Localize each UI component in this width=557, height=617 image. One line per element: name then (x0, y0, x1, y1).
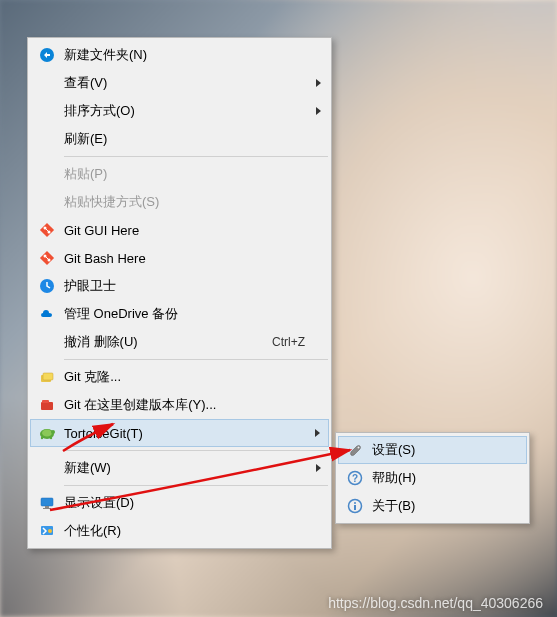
svg-rect-12 (41, 402, 53, 410)
svg-rect-20 (45, 506, 49, 508)
svg-rect-29 (354, 505, 356, 510)
menu-label: 刷新(E) (60, 130, 323, 148)
svg-rect-21 (43, 508, 51, 509)
menu-label: 排序方式(O) (60, 102, 323, 120)
submenu-item-about[interactable]: 关于(B) (338, 492, 527, 520)
chevron-right-icon (316, 107, 321, 115)
submenu-label: 关于(B) (368, 497, 521, 515)
paint-icon (34, 521, 60, 541)
menu-label: 查看(V) (60, 74, 323, 92)
git-icon (34, 248, 60, 268)
menu-item-undo-delete[interactable]: 撤消 删除(U) Ctrl+Z (30, 328, 329, 356)
menu-label: 新建文件夹(N) (60, 46, 323, 64)
menu-item-new-folder[interactable]: 新建文件夹(N) (30, 41, 329, 69)
menu-label: Git GUI Here (60, 223, 323, 238)
menu-shortcut: Ctrl+Z (272, 335, 323, 349)
menu-label: 粘贴(P) (60, 165, 323, 183)
separator (64, 485, 328, 486)
cloud-icon (34, 304, 60, 324)
svg-point-28 (354, 502, 356, 504)
chevron-right-icon (316, 464, 321, 472)
menu-label: 管理 OneDrive 备份 (60, 305, 323, 323)
question-icon: ? (342, 468, 368, 488)
git-icon (34, 220, 60, 240)
menu-label: Git 在这里创建版本库(Y)... (60, 396, 323, 414)
chevron-right-icon (315, 429, 320, 437)
svg-text:?: ? (352, 473, 358, 484)
tortoise-icon (34, 423, 60, 443)
submenu-label: 设置(S) (368, 441, 521, 459)
svg-rect-19 (41, 498, 53, 506)
tortoisegit-submenu: 设置(S) ? 帮助(H) 关于(B) (335, 432, 530, 524)
svg-point-23 (48, 529, 52, 533)
submenu-item-settings[interactable]: 设置(S) (338, 436, 527, 464)
menu-item-paste: 粘贴(P) (30, 160, 329, 188)
separator (64, 450, 328, 451)
clock-icon (34, 276, 60, 296)
menu-item-git-gui[interactable]: Git GUI Here (30, 216, 329, 244)
submenu-item-help[interactable]: ? 帮助(H) (338, 464, 527, 492)
menu-item-view[interactable]: 查看(V) (30, 69, 329, 97)
submenu-label: 帮助(H) (368, 469, 521, 487)
menu-item-git-bash[interactable]: Git Bash Here (30, 244, 329, 272)
menu-label: Git Bash Here (60, 251, 323, 266)
menu-label: Git 克隆... (60, 368, 323, 386)
menu-item-new[interactable]: 新建(W) (30, 454, 329, 482)
info-icon (342, 496, 368, 516)
menu-item-onedrive[interactable]: 管理 OneDrive 备份 (30, 300, 329, 328)
menu-label: 撤消 删除(U) (60, 333, 272, 351)
separator (64, 156, 328, 157)
circle-arrow-icon (34, 45, 60, 65)
svg-point-15 (42, 430, 52, 437)
watermark: https://blog.csdn.net/qq_40306266 (328, 595, 543, 611)
menu-label: TortoiseGit(T) (60, 426, 323, 441)
menu-item-paste-shortcut: 粘贴快捷方式(S) (30, 188, 329, 216)
svg-rect-13 (42, 400, 49, 403)
menu-item-refresh[interactable]: 刷新(E) (30, 125, 329, 153)
wrench-icon (342, 440, 368, 460)
svg-point-18 (50, 437, 52, 439)
menu-label: 个性化(R) (60, 522, 323, 540)
menu-item-display-settings[interactable]: 显示设置(D) (30, 489, 329, 517)
menu-item-sort[interactable]: 排序方式(O) (30, 97, 329, 125)
svg-point-16 (51, 430, 55, 434)
monitor-icon (34, 493, 60, 513)
chevron-right-icon (316, 79, 321, 87)
menu-item-git-clone[interactable]: Git 克隆... (30, 363, 329, 391)
menu-label: 显示设置(D) (60, 494, 323, 512)
svg-point-17 (41, 437, 43, 439)
tortoisegit-create-icon (34, 395, 60, 415)
menu-label: 新建(W) (60, 459, 323, 477)
separator (64, 359, 328, 360)
svg-point-24 (358, 447, 360, 449)
tortoisegit-clone-icon (34, 367, 60, 387)
svg-rect-11 (43, 373, 53, 380)
menu-item-personalize[interactable]: 个性化(R) (30, 517, 329, 545)
menu-label: 粘贴快捷方式(S) (60, 193, 323, 211)
context-menu: 新建文件夹(N) 查看(V) 排序方式(O) 刷新(E) 粘贴(P) 粘贴快捷方… (27, 37, 332, 549)
menu-label: 护眼卫士 (60, 277, 323, 295)
menu-item-huyan[interactable]: 护眼卫士 (30, 272, 329, 300)
menu-item-git-create[interactable]: Git 在这里创建版本库(Y)... (30, 391, 329, 419)
menu-item-tortoisegit[interactable]: TortoiseGit(T) (30, 419, 329, 447)
